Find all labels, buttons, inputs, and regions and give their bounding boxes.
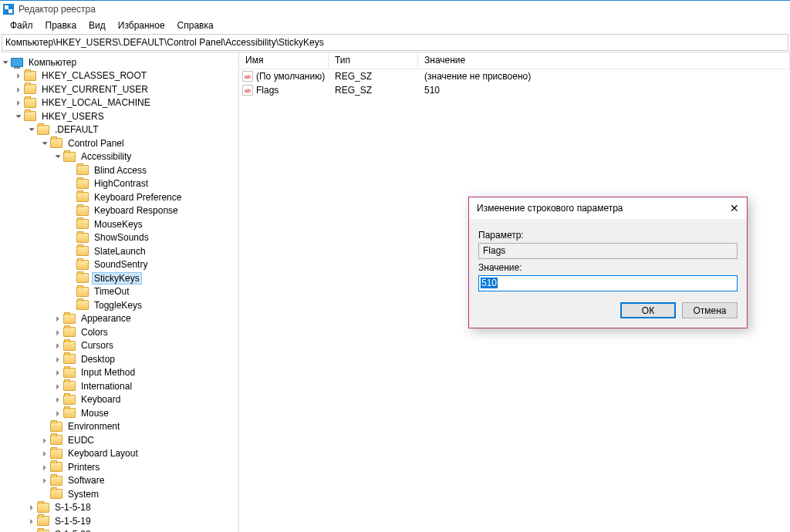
tree-item[interactable]: ⏵EUDC: [0, 433, 238, 447]
tree-label: S-1-5-20: [52, 528, 93, 532]
tree-view[interactable]: ⏷Компьютер⏵HKEY_CLASSES_ROOT⏵HKEY_CURREN…: [0, 52, 239, 532]
folder-icon: [76, 165, 89, 175]
tree-item[interactable]: ⏷Control Panel: [0, 136, 238, 150]
tree-item[interactable]: ⏵HKEY_LOCAL_MACHINE: [0, 96, 238, 110]
menu-view[interactable]: Вид: [83, 19, 111, 32]
chevron-right-icon[interactable]: ⏵: [26, 503, 37, 511]
cancel-button[interactable]: Отмена: [682, 302, 738, 318]
value-data: (значение не присвоено): [418, 71, 790, 82]
chevron-right-icon[interactable]: ⏵: [52, 342, 63, 349]
tree-showsounds[interactable]: ShowSounds: [0, 231, 238, 245]
folder-icon: [50, 489, 62, 499]
tree-slatelaunch[interactable]: SlateLaunch: [0, 244, 238, 258]
tree-mousekeys[interactable]: MouseKeys: [0, 217, 238, 231]
tree-item[interactable]: ⏵Mouse: [0, 406, 238, 420]
chevron-down-icon[interactable]: ⏷: [0, 59, 11, 66]
tree-item[interactable]: ⏵Cursors: [0, 339, 238, 353]
tree-label: ToggleKeys: [92, 299, 144, 311]
tree-item[interactable]: ⏵HKEY_CLASSES_ROOT: [0, 69, 238, 83]
tree-label: Colors: [79, 326, 110, 338]
tree-item[interactable]: ⏵Desktop: [0, 352, 238, 366]
chevron-right-icon[interactable]: ⏵: [39, 476, 50, 484]
chevron-down-icon[interactable]: ⏷: [39, 140, 50, 147]
chevron-right-icon[interactable]: ⏵: [39, 436, 50, 444]
tree-highcontrast[interactable]: HighContrast: [0, 177, 238, 191]
folder-icon: [76, 287, 89, 297]
menu-help[interactable]: Справка: [172, 19, 219, 32]
menu-favorites[interactable]: Избранное: [113, 19, 170, 32]
tree-item[interactable]: Environment: [0, 420, 238, 434]
chevron-right-icon[interactable]: ⏵: [39, 463, 50, 471]
tree-item[interactable]: ⏵Keyboard Layout: [0, 447, 238, 461]
col-name[interactable]: Имя: [239, 52, 329, 69]
col-value[interactable]: Значение: [418, 52, 790, 69]
tree-timeout[interactable]: TimeOut: [0, 285, 238, 299]
tree-item[interactable]: ⏷HKEY_USERS: [0, 109, 238, 123]
tree-keyboard-preference[interactable]: Keyboard Preference: [0, 190, 238, 204]
tree-item[interactable]: ⏵HKEY_CURRENT_USER: [0, 82, 238, 96]
tree-computer[interactable]: ⏷Компьютер: [0, 56, 238, 69]
tree-soundsentry[interactable]: SoundSentry: [0, 258, 238, 272]
tree-item[interactable]: ⏷.DEFAULT: [0, 123, 238, 137]
folder-icon: [50, 449, 62, 459]
tree-stickykeys[interactable]: StickyKeys: [0, 271, 238, 285]
tree-label: .DEFAULT: [52, 123, 100, 136]
chevron-right-icon[interactable]: ⏵: [13, 72, 24, 79]
string-value-icon: ab: [242, 85, 253, 96]
tree-item[interactable]: ⏵Software: [0, 474, 238, 488]
tree-item[interactable]: ⏵Input Method: [0, 366, 238, 380]
chevron-right-icon[interactable]: ⏵: [26, 517, 37, 525]
folder-icon: [37, 516, 49, 526]
value-field[interactable]: 510: [478, 275, 738, 291]
chevron-right-icon[interactable]: ⏵: [52, 382, 63, 390]
chevron-right-icon[interactable]: ⏵: [13, 99, 24, 106]
tree-label: Mouse: [79, 407, 111, 419]
chevron-right-icon[interactable]: ⏵: [52, 396, 63, 403]
tree-item[interactable]: ⏵Printers: [0, 460, 238, 474]
tree-label: HKEY_LOCAL_MACHINE: [39, 96, 153, 109]
chevron-right-icon[interactable]: ⏵: [52, 409, 63, 417]
tree-label: Printers: [66, 461, 102, 473]
chevron-right-icon[interactable]: ⏵: [52, 315, 63, 322]
chevron-right-icon[interactable]: ⏵: [52, 369, 63, 376]
tree-item[interactable]: System: [0, 487, 238, 501]
menu-edit[interactable]: Правка: [40, 19, 83, 32]
tree-label: HKEY_CLASSES_ROOT: [39, 69, 149, 82]
tree-label: EUDC: [66, 434, 96, 446]
tree-label: Keyboard Response: [92, 204, 181, 217]
col-type[interactable]: Тип: [329, 52, 418, 69]
dialog-title-bar[interactable]: Изменение строкового параметра ✕: [469, 197, 747, 219]
tree-togglekeys[interactable]: ToggleKeys: [0, 298, 238, 312]
list-row[interactable]: abFlagsREG_SZ510: [239, 83, 790, 97]
tree-label: HighContrast: [92, 177, 150, 190]
value-name: Flags: [256, 85, 279, 96]
tree-item[interactable]: ⏷Accessibility: [0, 150, 238, 164]
list-header: Имя Тип Значение: [239, 52, 790, 69]
tree-item[interactable]: ⏵S-1-5-18: [0, 501, 238, 515]
window-title: Редактор реестра: [19, 4, 96, 15]
tree-item[interactable]: ⏵S-1-5-19: [0, 514, 238, 528]
edit-string-dialog: Изменение строкового параметра ✕ Парамет…: [468, 197, 748, 328]
tree-keyboard-response[interactable]: Keyboard Response: [0, 204, 238, 218]
tree-item[interactable]: ⏵International: [0, 379, 238, 393]
list-row[interactable]: ab(По умолчанию)REG_SZ(значение не присв…: [239, 69, 790, 83]
chevron-right-icon[interactable]: ⏵: [52, 355, 63, 363]
chevron-down-icon[interactable]: ⏷: [26, 126, 37, 133]
string-value-icon: ab: [242, 71, 253, 82]
ok-button[interactable]: ОК: [620, 302, 676, 318]
address-bar[interactable]: Компьютер\HKEY_USERS\.DEFAULT\Control Pa…: [2, 34, 788, 51]
tree-item[interactable]: ⏵S-1-5-20: [0, 528, 238, 533]
close-icon[interactable]: ✕: [730, 202, 739, 214]
tree-blind-access[interactable]: Blind Access: [0, 163, 238, 177]
tree-item[interactable]: ⏵Appearance: [0, 312, 238, 326]
chevron-right-icon[interactable]: ⏵: [52, 328, 63, 336]
chevron-down-icon[interactable]: ⏷: [52, 153, 63, 160]
folder-icon: [76, 233, 89, 243]
tree-item[interactable]: ⏵Keyboard: [0, 393, 238, 407]
chevron-right-icon[interactable]: ⏵: [39, 450, 50, 457]
chevron-right-icon[interactable]: ⏵: [13, 86, 24, 93]
tree-item[interactable]: ⏵Colors: [0, 325, 238, 339]
chevron-down-icon[interactable]: ⏷: [13, 113, 24, 120]
folder-icon: [24, 98, 36, 108]
menu-file[interactable]: Файл: [5, 19, 39, 32]
